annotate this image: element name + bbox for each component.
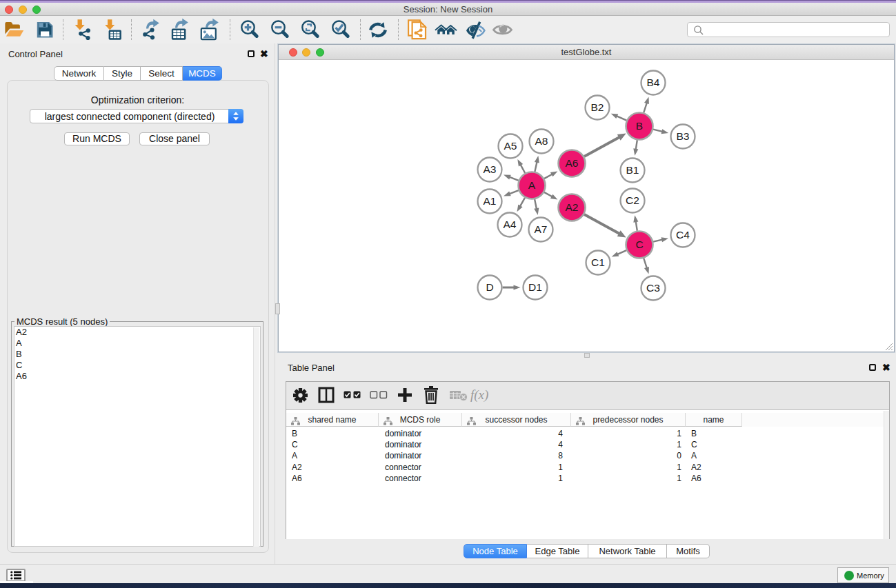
svg-text:D: D bbox=[486, 281, 493, 293]
svg-text:C1: C1 bbox=[591, 256, 605, 268]
svg-text:B2: B2 bbox=[591, 101, 604, 113]
svg-text:f(x): f(x) bbox=[470, 387, 488, 403]
svg-text:A8: A8 bbox=[535, 135, 548, 147]
svg-text:B3: B3 bbox=[677, 130, 690, 142]
svg-text:A2: A2 bbox=[566, 201, 579, 213]
svg-text:A1: A1 bbox=[484, 195, 497, 207]
svg-text:A7: A7 bbox=[535, 223, 548, 235]
svg-text:B1: B1 bbox=[626, 164, 639, 176]
svg-text:C4: C4 bbox=[676, 229, 690, 241]
svg-text:B4: B4 bbox=[647, 77, 660, 88]
svg-text:A5: A5 bbox=[504, 140, 517, 152]
svg-text:A6: A6 bbox=[566, 157, 579, 169]
svg-text:C2: C2 bbox=[626, 194, 639, 206]
svg-text:C3: C3 bbox=[646, 282, 660, 294]
svg-text:A4: A4 bbox=[504, 219, 517, 230]
svg-text:A: A bbox=[528, 179, 536, 191]
svg-text:A3: A3 bbox=[484, 163, 497, 175]
svg-text:B: B bbox=[636, 120, 643, 132]
svg-text:C: C bbox=[635, 239, 643, 250]
svg-text:D1: D1 bbox=[528, 281, 542, 293]
